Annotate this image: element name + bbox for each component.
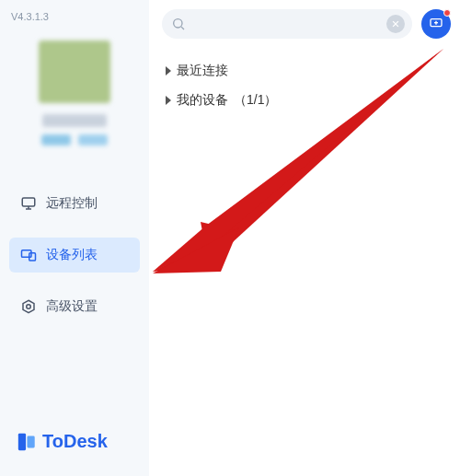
sidebar-item-device-list[interactable]: 设备列表 bbox=[9, 238, 140, 273]
topbar bbox=[162, 9, 451, 39]
svg-marker-18 bbox=[153, 233, 232, 272]
device-tree: 最近连接 我的设备 （1/1） bbox=[162, 63, 451, 109]
version-label: V4.3.1.3 bbox=[0, 6, 149, 33]
svg-rect-8 bbox=[27, 435, 34, 447]
svg-point-6 bbox=[27, 305, 31, 309]
sidebar-item-label: 高级设置 bbox=[46, 298, 98, 315]
svg-line-10 bbox=[181, 27, 184, 29]
profile-block bbox=[0, 33, 149, 158]
caret-right-icon bbox=[166, 96, 171, 105]
brand-name: ToDesk bbox=[42, 431, 108, 452]
settings-hex-icon bbox=[20, 298, 37, 315]
svg-rect-0 bbox=[22, 198, 35, 206]
notification-dot-icon bbox=[443, 9, 451, 17]
tree-item-my-devices[interactable]: 我的设备 （1/1） bbox=[166, 92, 451, 109]
brand: ToDesk bbox=[0, 416, 149, 476]
app-root: V4.3.1.3 远程控制 设备列表 bbox=[0, 0, 460, 476]
tree-item-recent[interactable]: 最近连接 bbox=[166, 63, 451, 79]
tree-item-label: 我的设备 bbox=[177, 92, 228, 109]
profile-chip bbox=[78, 134, 108, 145]
clear-search-button[interactable] bbox=[386, 15, 405, 33]
tree-item-label: 最近连接 bbox=[177, 63, 228, 79]
search-icon bbox=[171, 17, 186, 31]
connect-button[interactable] bbox=[421, 9, 451, 39]
caret-right-icon bbox=[166, 66, 171, 75]
devices-icon bbox=[20, 247, 37, 263]
svg-marker-19 bbox=[153, 227, 239, 273]
sidebar-nav: 远程控制 设备列表 高级设置 bbox=[0, 186, 149, 324]
sidebar-item-label: 设备列表 bbox=[46, 247, 98, 263]
profile-chip bbox=[41, 134, 71, 145]
sidebar-item-remote-control[interactable]: 远程控制 bbox=[9, 186, 140, 221]
svg-rect-7 bbox=[18, 433, 26, 449]
main-panel: 最近连接 我的设备 （1/1） bbox=[149, 0, 460, 476]
monitor-plus-icon bbox=[429, 17, 443, 31]
svg-point-9 bbox=[174, 19, 182, 28]
avatar[interactable] bbox=[39, 41, 110, 103]
search-input[interactable] bbox=[162, 9, 412, 39]
sidebar: V4.3.1.3 远程控制 设备列表 bbox=[0, 0, 149, 476]
svg-marker-5 bbox=[23, 300, 34, 313]
svg-marker-17 bbox=[153, 222, 236, 272]
monitor-icon bbox=[20, 195, 37, 212]
profile-sub-info bbox=[41, 134, 108, 145]
profile-name-placeholder bbox=[42, 114, 107, 127]
sidebar-item-label: 远程控制 bbox=[46, 195, 98, 212]
tree-item-count: （1/1） bbox=[234, 92, 277, 109]
brand-logo-icon bbox=[17, 432, 37, 452]
search-box bbox=[162, 9, 412, 39]
sidebar-item-advanced-settings[interactable]: 高级设置 bbox=[9, 289, 140, 324]
